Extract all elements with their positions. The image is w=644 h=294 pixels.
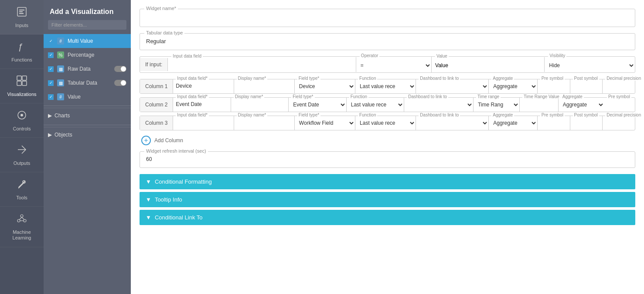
- panel-section-objects[interactable]: ▶ Objects: [44, 127, 131, 142]
- col3-input-label: Input data field*: [176, 113, 209, 117]
- column-3-row: Column 3 Input data field* Display name*…: [140, 116, 635, 130]
- if-operator-select[interactable]: = != > <: [356, 58, 431, 72]
- panel: Add a Visualization ✓ # Multi Value ✓ % …: [44, 0, 131, 294]
- col3-aggregate-label: Aggregate: [491, 113, 514, 117]
- outputs-icon: [16, 144, 27, 158]
- col3-field-type-select[interactable]: Device Event Date Workflow Field: [295, 116, 355, 130]
- filter-input[interactable]: [48, 20, 126, 30]
- svg-point-15: [24, 219, 26, 222]
- if-value-input[interactable]: [432, 59, 544, 72]
- col2-pre-symbol-label: Pre symbol: [607, 94, 631, 99]
- widget-name-input[interactable]: [146, 14, 629, 21]
- col2-dashboard-select[interactable]: [404, 98, 473, 112]
- col1-decimal-input[interactable]: [603, 79, 635, 92]
- col3-field-type-label: Field type*: [297, 113, 320, 117]
- svg-rect-2: [19, 11, 23, 12]
- col2-function-select[interactable]: Last value rece: [347, 98, 404, 112]
- panel-item-percentage[interactable]: ✓ % Percentage: [44, 48, 131, 62]
- col3-input-input[interactable]: [173, 116, 233, 129]
- sidebar-item-tools-label: Tools: [16, 195, 27, 200]
- col3-post-symbol-label: Post symbol: [573, 113, 599, 117]
- widget-refresh-group: Widget refresh interval (sec): [140, 151, 635, 168]
- sidebar: Inputs ƒ Functions Visualizations Contro…: [0, 0, 44, 294]
- col2-input-input[interactable]: [173, 98, 230, 111]
- col3-display-input[interactable]: [234, 116, 294, 129]
- col3-pre-symbol-label: Pre symbol: [540, 113, 565, 117]
- sidebar-item-controls[interactable]: Controls: [0, 103, 44, 138]
- col1-input-input[interactable]: [173, 79, 233, 92]
- panel-item-value[interactable]: ✓ # Value: [44, 90, 131, 104]
- col1-display-input[interactable]: [234, 79, 294, 92]
- col2-time-range-select[interactable]: Time Rang: [474, 98, 519, 112]
- raw-data-checkbox[interactable]: ✓: [48, 66, 54, 72]
- col2-time-range-value-label: Time Range Value: [522, 94, 561, 99]
- main-content: Widget name* Tabular data type Regular I…: [131, 0, 644, 294]
- value-checkbox[interactable]: ✓: [48, 94, 54, 100]
- functions-icon: ƒ: [16, 41, 27, 55]
- col1-dashboard-select[interactable]: [416, 79, 488, 93]
- panel-item-multi-value[interactable]: ✓ # Multi Value: [44, 34, 131, 48]
- sidebar-item-machine-learning[interactable]: Machine Learning: [0, 207, 44, 247]
- charts-expand-icon: ▶: [48, 113, 52, 119]
- tooltip-info-accordion[interactable]: ▼ Tooltip Info: [140, 192, 635, 207]
- sidebar-item-functions[interactable]: ƒ Functions: [0, 34, 44, 69]
- col1-field-type-select[interactable]: Device Event Date Workflow Field: [295, 79, 355, 93]
- col2-dashboard-link: Dashboard to link to: [404, 98, 474, 112]
- col3-post-symbol-input[interactable]: [570, 116, 603, 129]
- tabular-data-checkbox[interactable]: ✓: [48, 80, 54, 86]
- col2-time-range: Time range Time Rang: [474, 98, 520, 112]
- if-visibility-select[interactable]: Hide Show: [545, 58, 635, 72]
- col1-dashboard-label: Dashboard to link to: [419, 76, 460, 81]
- panel-item-tabular-data[interactable]: ✓ ▦ Tabular Data: [44, 76, 131, 90]
- machine-learning-icon: [16, 213, 27, 227]
- col2-aggregate-select[interactable]: Aggregate: [559, 98, 604, 112]
- sidebar-item-tools[interactable]: Tools: [0, 172, 44, 207]
- inputs-icon: [16, 6, 27, 20]
- col3-field-type: Field type* Device Event Date Workflow F…: [295, 116, 355, 130]
- add-column-row[interactable]: + Add Column: [140, 136, 635, 145]
- col2-pre-symbol-input[interactable]: [604, 98, 635, 111]
- col2-display-input[interactable]: [231, 98, 288, 111]
- widget-refresh-input[interactable]: [146, 156, 211, 162]
- col1-post-symbol-input[interactable]: [570, 79, 603, 92]
- col3-dashboard-select[interactable]: [416, 116, 488, 130]
- add-column-button[interactable]: +: [141, 136, 151, 145]
- col3-function: Function Last value rece: [355, 116, 416, 130]
- sidebar-item-visualizations[interactable]: Visualizations: [0, 69, 44, 103]
- col1-pre-symbol-label: Pre symbol: [540, 76, 565, 81]
- multi-value-checkbox[interactable]: ✓: [48, 38, 54, 44]
- sidebar-item-inputs[interactable]: Inputs: [0, 0, 44, 34]
- col1-aggregate-select[interactable]: Aggregate: [489, 79, 537, 93]
- sidebar-item-visualizations-label: Visualizations: [7, 92, 36, 97]
- if-operator-label: Operator: [360, 53, 379, 58]
- conditional-formatting-accordion[interactable]: ▼ Conditional Formatting: [140, 174, 635, 189]
- col2-input-field: Input data field*: [173, 98, 231, 112]
- svg-rect-1: [19, 10, 24, 10]
- tabular-data-type-group: Tabular data type Regular: [140, 33, 635, 50]
- svg-line-16: [19, 217, 22, 220]
- col1-aggregate: Aggregate Aggregate: [489, 79, 538, 93]
- col3-function-select[interactable]: Last value rece: [355, 116, 416, 130]
- raw-data-toggle[interactable]: [114, 66, 126, 72]
- col3-pre-symbol-input[interactable]: [538, 116, 570, 129]
- percentage-checkbox[interactable]: ✓: [48, 52, 54, 58]
- col3-function-label: Function: [358, 113, 377, 117]
- sidebar-item-outputs[interactable]: Outputs: [0, 138, 44, 172]
- col2-time-range-value-input[interactable]: [520, 98, 558, 111]
- col1-function-label: Function: [358, 76, 377, 81]
- col1-function-select[interactable]: Last value rece: [355, 79, 416, 93]
- col3-aggregate-select[interactable]: Aggregate: [489, 116, 537, 130]
- tabular-data-toggle[interactable]: [114, 80, 126, 86]
- col1-pre-symbol-input[interactable]: [538, 79, 570, 92]
- col2-field-type-select[interactable]: Device Event Date Workflow Field: [289, 98, 346, 112]
- panel-item-raw-data[interactable]: ✓ ▦ Raw Data: [44, 62, 131, 76]
- panel-title: Add a Visualization: [44, 0, 131, 20]
- col1-post-symbol: Post symbol: [570, 79, 603, 93]
- col3-decimal-input[interactable]: [603, 116, 635, 129]
- conditional-link-accordion[interactable]: ▼ Conditional Link To: [140, 210, 635, 225]
- sidebar-item-inputs-label: Inputs: [15, 23, 28, 28]
- col2-function: Function Last value rece: [347, 98, 404, 112]
- if-input-field-input[interactable]: [168, 59, 356, 72]
- col3-input-field: Input data field*: [173, 116, 234, 130]
- panel-section-charts[interactable]: ▶ Charts: [44, 108, 131, 123]
